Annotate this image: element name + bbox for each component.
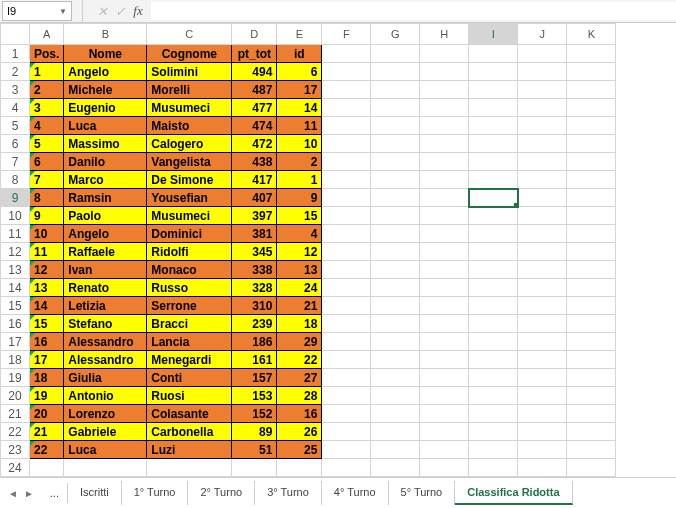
- cell-I15[interactable]: [469, 297, 518, 315]
- cell-E15[interactable]: 21: [277, 297, 322, 315]
- cell-C11[interactable]: Dominici: [147, 225, 232, 243]
- cell-K21[interactable]: [567, 405, 616, 423]
- cell-A7[interactable]: 6: [30, 153, 64, 171]
- cell-J16[interactable]: [518, 315, 567, 333]
- cell-F19[interactable]: [322, 369, 371, 387]
- cell-J1[interactable]: [518, 45, 567, 63]
- row-head-24[interactable]: 24: [1, 459, 30, 477]
- cell-J18[interactable]: [518, 351, 567, 369]
- cell-G9[interactable]: [371, 189, 420, 207]
- cell-B4[interactable]: Eugenio: [64, 99, 147, 117]
- cell-A13[interactable]: 12: [30, 261, 64, 279]
- cell-C16[interactable]: Bracci: [147, 315, 232, 333]
- cell-H19[interactable]: [420, 369, 469, 387]
- cell-H17[interactable]: [420, 333, 469, 351]
- cell-D9[interactable]: 407: [232, 189, 277, 207]
- cell-G18[interactable]: [371, 351, 420, 369]
- cell-I21[interactable]: [469, 405, 518, 423]
- cell-D11[interactable]: 381: [232, 225, 277, 243]
- cell-C2[interactable]: Solimini: [147, 63, 232, 81]
- cell-E20[interactable]: 28: [277, 387, 322, 405]
- cell-B19[interactable]: Giulia: [64, 369, 147, 387]
- cell-K13[interactable]: [567, 261, 616, 279]
- row-head-12[interactable]: 12: [1, 243, 30, 261]
- cell-B7[interactable]: Danilo: [64, 153, 147, 171]
- cell-J7[interactable]: [518, 153, 567, 171]
- cell-H16[interactable]: [420, 315, 469, 333]
- cell-F4[interactable]: [322, 99, 371, 117]
- row-head-17[interactable]: 17: [1, 333, 30, 351]
- select-all-corner[interactable]: [1, 24, 30, 45]
- cell-B3[interactable]: Michele: [64, 81, 147, 99]
- tab-ellipsis[interactable]: ...: [42, 483, 68, 503]
- cell-J10[interactable]: [518, 207, 567, 225]
- spreadsheet-grid[interactable]: ABCDEFGHIJK1Pos.NomeCognomept_totid21Ang…: [0, 23, 676, 477]
- cell-C7[interactable]: Vangelista: [147, 153, 232, 171]
- cell-K10[interactable]: [567, 207, 616, 225]
- cell-H10[interactable]: [420, 207, 469, 225]
- cell-E9[interactable]: 9: [277, 189, 322, 207]
- cell-D21[interactable]: 152: [232, 405, 277, 423]
- cell-G14[interactable]: [371, 279, 420, 297]
- cell-J4[interactable]: [518, 99, 567, 117]
- cell-C18[interactable]: Menegardi: [147, 351, 232, 369]
- cell-C8[interactable]: De Simone: [147, 171, 232, 189]
- col-head-D[interactable]: D: [232, 24, 277, 45]
- cell-K11[interactable]: [567, 225, 616, 243]
- cell-E2[interactable]: 6: [277, 63, 322, 81]
- cell-C5[interactable]: Maisto: [147, 117, 232, 135]
- sheet-tab[interactable]: Iscritti: [68, 481, 122, 505]
- cell-A24[interactable]: [30, 459, 64, 477]
- cell-F14[interactable]: [322, 279, 371, 297]
- sheet-tab[interactable]: 1° Turno: [122, 481, 189, 505]
- cell-D16[interactable]: 239: [232, 315, 277, 333]
- cell-K7[interactable]: [567, 153, 616, 171]
- col-head-J[interactable]: J: [518, 24, 567, 45]
- cell-K17[interactable]: [567, 333, 616, 351]
- cell-B12[interactable]: Raffaele: [64, 243, 147, 261]
- cell-I6[interactable]: [469, 135, 518, 153]
- cell-I12[interactable]: [469, 243, 518, 261]
- row-head-22[interactable]: 22: [1, 423, 30, 441]
- cell-J8[interactable]: [518, 171, 567, 189]
- cell-J20[interactable]: [518, 387, 567, 405]
- cell-D12[interactable]: 345: [232, 243, 277, 261]
- cell-G20[interactable]: [371, 387, 420, 405]
- cancel-formula-icon[interactable]: ✕: [93, 4, 111, 19]
- cell-A17[interactable]: 16: [30, 333, 64, 351]
- row-head-23[interactable]: 23: [1, 441, 30, 459]
- cell-E4[interactable]: 14: [277, 99, 322, 117]
- cell-I9[interactable]: [469, 189, 518, 207]
- cell-G8[interactable]: [371, 171, 420, 189]
- row-head-21[interactable]: 21: [1, 405, 30, 423]
- cell-H15[interactable]: [420, 297, 469, 315]
- cell-B24[interactable]: [64, 459, 147, 477]
- cell-B23[interactable]: Luca: [64, 441, 147, 459]
- cell-A3[interactable]: 2: [30, 81, 64, 99]
- cell-J6[interactable]: [518, 135, 567, 153]
- col-head-K[interactable]: K: [567, 24, 616, 45]
- cell-J24[interactable]: [518, 459, 567, 477]
- cell-I22[interactable]: [469, 423, 518, 441]
- cell-K16[interactable]: [567, 315, 616, 333]
- cell-G11[interactable]: [371, 225, 420, 243]
- cell-B5[interactable]: Luca: [64, 117, 147, 135]
- tab-nav-next-icon[interactable]: ►: [24, 488, 34, 499]
- cell-D8[interactable]: 417: [232, 171, 277, 189]
- cell-H11[interactable]: [420, 225, 469, 243]
- cell-G4[interactable]: [371, 99, 420, 117]
- header-A[interactable]: Pos.: [30, 45, 64, 63]
- cell-I19[interactable]: [469, 369, 518, 387]
- row-head-8[interactable]: 8: [1, 171, 30, 189]
- cell-C12[interactable]: Ridolfi: [147, 243, 232, 261]
- row-head-10[interactable]: 10: [1, 207, 30, 225]
- cell-A19[interactable]: 18: [30, 369, 64, 387]
- cell-C3[interactable]: Morelli: [147, 81, 232, 99]
- cell-F13[interactable]: [322, 261, 371, 279]
- cell-F22[interactable]: [322, 423, 371, 441]
- cell-H21[interactable]: [420, 405, 469, 423]
- cell-H20[interactable]: [420, 387, 469, 405]
- cell-K24[interactable]: [567, 459, 616, 477]
- cell-A5[interactable]: 4: [30, 117, 64, 135]
- cell-D3[interactable]: 487: [232, 81, 277, 99]
